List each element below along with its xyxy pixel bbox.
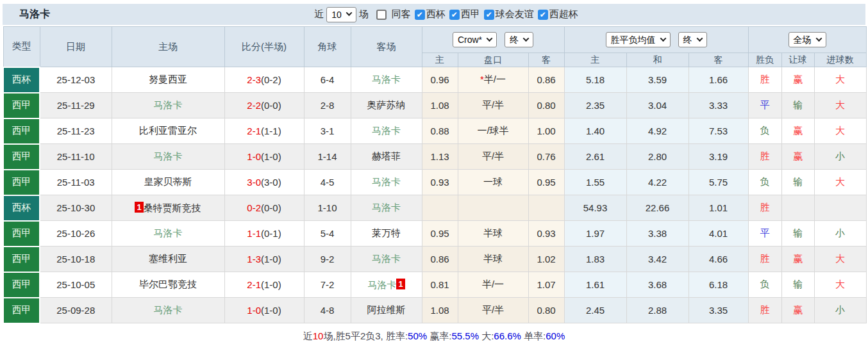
halftime-score: (0-1) (261, 228, 281, 239)
handicap-home-odds-cell: 1.13 (422, 144, 458, 170)
match-date-cell: 25-12-03 (40, 67, 112, 93)
handicap-result-cell: 赢 (781, 118, 814, 144)
scope-select[interactable]: 全场 (789, 32, 826, 47)
handicap-home-odds-cell: 0.88 (422, 118, 458, 144)
avg-away-odds-cell: 3.35 (689, 298, 748, 323)
away-team-cell[interactable]: 马洛卡 (351, 118, 422, 144)
home-team-cell[interactable]: 马洛卡 (112, 144, 224, 170)
team-name[interactable]: 马洛卡 (154, 99, 183, 110)
corner-score-cell: 9-2 (304, 247, 351, 272)
team-name[interactable]: 塞维利亚 (149, 253, 187, 264)
home-team-cell[interactable]: 比利亚雷亚尔 (112, 118, 224, 144)
handicap-line: 一/球半 (477, 125, 508, 136)
handicap-line: 平/半 (482, 304, 504, 315)
odds-source-select[interactable]: Crow* (453, 32, 497, 47)
team-name[interactable]: 奥萨苏纳 (367, 99, 406, 110)
team-name[interactable]: 马洛卡 (372, 253, 401, 264)
away-team-cell[interactable]: 马洛卡1 (351, 272, 422, 298)
away-team-cell[interactable]: 马洛卡 (351, 170, 422, 195)
sub-header-handicap-result: 让球 (781, 53, 814, 67)
checkbox-checked[interactable]: ✔ (538, 10, 548, 20)
result-cell: 胜 (748, 247, 781, 272)
recent-label: 近 (314, 8, 324, 20)
team-name[interactable]: 赫塔菲 (372, 150, 401, 161)
team-name[interactable]: 桑特贾斯竞技 (144, 202, 201, 213)
table-row: 西甲 25-11-03 皇家贝蒂斯 3-0(3-0) 4-5 马洛卡 0.93 … (3, 170, 866, 195)
goals-result-value: 大 (835, 125, 845, 136)
fulltime-score: 2-2 (247, 100, 261, 111)
checkbox-checked[interactable]: ✔ (449, 10, 460, 20)
goals-result-cell: 大 (814, 93, 866, 118)
handicap-result-value: 输 (793, 176, 803, 187)
corner-score-cell: 1-14 (304, 144, 351, 170)
team-name[interactable]: 努曼西亚 (149, 74, 187, 85)
team-name[interactable]: 马洛卡 (154, 150, 183, 161)
result-group-header: 全场 (748, 27, 866, 53)
team-name[interactable]: 马洛卡 (372, 202, 401, 213)
filter-item-球会友谊: ✔球会友谊 (484, 8, 534, 20)
home-team-cell[interactable]: 马洛卡 (112, 93, 224, 118)
avg-source-select[interactable]: 胜平负均值 (606, 32, 671, 47)
corner-score-cell: 1-10 (304, 195, 351, 221)
team-name[interactable]: 马洛卡 (372, 74, 401, 85)
away-team-cell[interactable]: 马洛卡 (351, 247, 422, 272)
sub-header-goals: 进球数 (814, 53, 866, 67)
summary-segment: 赢率: (427, 330, 451, 341)
score-cell: 1-1(0-1) (224, 221, 304, 247)
odds-time-select[interactable]: 终 (505, 32, 533, 47)
away-team-cell[interactable]: 莱万特 (351, 221, 422, 247)
team-name[interactable]: 比利亚雷亚尔 (139, 125, 197, 136)
goals-result-value: 大 (835, 74, 845, 85)
handicap-result-value: 输 (793, 227, 803, 238)
score-cell: 2-2(0-0) (224, 93, 304, 118)
league-type-cell: 西甲 (3, 272, 40, 298)
home-team-cell[interactable]: 皇家贝蒂斯 (112, 170, 224, 195)
summary-segment: 66.6% (494, 330, 521, 341)
checkbox-checked[interactable]: ✔ (415, 10, 425, 20)
team-name[interactable]: 马洛卡 (372, 125, 401, 136)
goals-result-value: 大 (835, 253, 845, 264)
handicap-home-odds-cell: 0.95 (422, 221, 458, 247)
team-name[interactable]: 马洛卡 (154, 227, 183, 238)
team-name[interactable]: 马洛卡 (367, 279, 396, 290)
handicap-home-odds-cell: 1.08 (422, 93, 458, 118)
team-name[interactable]: 毕尔巴鄂竞技 (139, 279, 197, 289)
table-row: 西杯 25-10-30 1桑特贾斯竞技 0-2(0-0) 1-10 马洛卡 54… (3, 195, 866, 221)
filter-label: 同客 (392, 8, 411, 20)
team-name[interactable]: 皇家贝蒂斯 (144, 176, 192, 187)
sub-header-result: 胜负 (748, 53, 781, 67)
fulltime-score: 2-1 (247, 126, 261, 136)
home-team-cell[interactable]: 马洛卡 (112, 298, 224, 323)
away-team-cell[interactable]: 赫塔菲 (351, 144, 422, 170)
goals-result-value: 小 (835, 150, 845, 161)
handicap-result-cell: 赢 (781, 298, 814, 323)
team-name[interactable]: 阿拉维斯 (367, 304, 406, 315)
result-cell: 负 (748, 118, 781, 144)
away-team-cell[interactable]: 马洛卡 (351, 67, 422, 93)
home-team-cell[interactable]: 努曼西亚 (112, 67, 224, 93)
goals-result-cell: 大 (814, 170, 866, 195)
avg-away-odds-cell: 6.18 (689, 272, 748, 298)
checkbox-checked[interactable]: ✔ (484, 10, 494, 20)
avg-draw-odds-cell: 2.80 (626, 144, 689, 170)
home-team-cell[interactable]: 1桑特贾斯竞技 (112, 195, 224, 221)
handicap-away-odds-cell: 0.93 (528, 221, 564, 247)
avg-time-select[interactable]: 终 (678, 32, 707, 47)
team-name[interactable]: 马洛卡 (154, 304, 183, 315)
filter-item-西杯: ✔西杯 (415, 8, 446, 20)
avg-draw-odds-cell: 3.38 (626, 221, 689, 247)
avg-draw-odds-cell: 2.88 (626, 298, 689, 323)
away-team-cell[interactable]: 阿拉维斯 (351, 298, 422, 323)
recent-count-select[interactable]: 10 (326, 7, 356, 22)
result-value: 平 (760, 99, 770, 110)
home-team-cell[interactable]: 塞维利亚 (112, 247, 224, 272)
team-badge: 1 (396, 279, 405, 289)
away-team-cell[interactable]: 马洛卡 (351, 195, 422, 221)
team-name[interactable]: 莱万特 (372, 227, 401, 238)
home-team-cell[interactable]: 马洛卡 (112, 221, 224, 247)
away-team-cell[interactable]: 奥萨苏纳 (351, 93, 422, 118)
checkbox-unchecked[interactable] (376, 10, 387, 20)
home-team-cell[interactable]: 毕尔巴鄂竞技 (112, 272, 224, 298)
team-name[interactable]: 马洛卡 (372, 176, 401, 187)
avg-home-odds-cell: 1.83 (564, 247, 626, 272)
